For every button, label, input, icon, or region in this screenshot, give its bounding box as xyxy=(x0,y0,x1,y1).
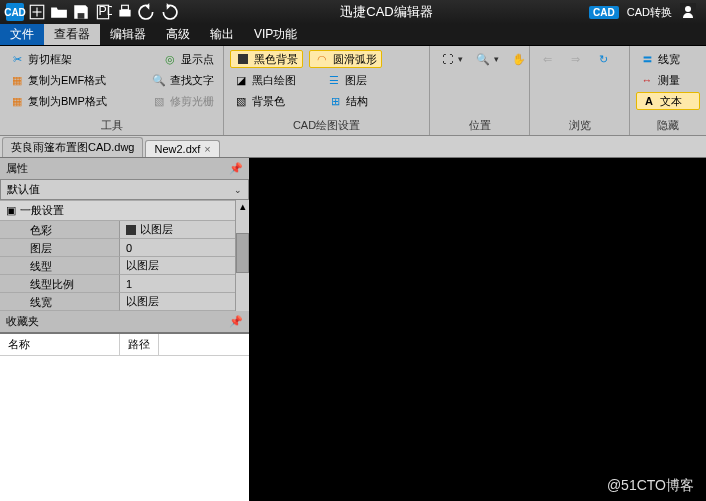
open-icon[interactable] xyxy=(50,3,68,21)
app-icon[interactable]: CAD xyxy=(6,3,24,21)
chevron-down-icon: ⌄ xyxy=(234,185,242,195)
group-label: 浏览 xyxy=(534,116,625,133)
col-name[interactable]: 名称 xyxy=(0,334,120,355)
prop-row-ltscale[interactable]: 线型比例1 xyxy=(0,275,235,293)
undo-icon[interactable] xyxy=(138,3,156,21)
label: 复制为EMF格式 xyxy=(28,73,106,88)
label: 黑白绘图 xyxy=(252,73,296,88)
prop-row-linewidth[interactable]: 线宽以图层 xyxy=(0,293,235,311)
ribbon: ✂剪切框架 ◎显示点 ▦复制为EMF格式 🔍查找文字 ▦复制为BMP格式 ▧修剪… xyxy=(0,46,706,136)
print-icon[interactable] xyxy=(116,3,134,21)
label: 黑色背景 xyxy=(254,52,298,67)
ribbon-group-tools: ✂剪切框架 ◎显示点 ▦复制为EMF格式 🔍查找文字 ▦复制为BMP格式 ▧修剪… xyxy=(0,46,224,135)
pin-icon[interactable]: 📌 xyxy=(229,162,243,175)
zoom-button[interactable]: 🔍▾ xyxy=(472,50,502,68)
pdf-icon[interactable]: PDF xyxy=(94,3,112,21)
copy-emf-button[interactable]: ▦复制为EMF格式 xyxy=(6,71,109,89)
label: 剪切框架 xyxy=(28,52,72,67)
label: 默认值 xyxy=(7,182,40,197)
menu-file[interactable]: 文件 xyxy=(0,24,44,45)
prop-row-layer[interactable]: 图层0 xyxy=(0,239,235,257)
new-icon[interactable] xyxy=(28,3,46,21)
bmp-icon: ▦ xyxy=(9,93,25,109)
fit-button[interactable]: ⛶▾ xyxy=(436,50,466,68)
bg-color-button[interactable]: ▧背景色 xyxy=(230,92,288,110)
viewport[interactable]: @51CTO博客 xyxy=(249,136,706,501)
tab-document-1[interactable]: 英良雨篷布置图CAD.dwg xyxy=(2,137,143,157)
show-points-button[interactable]: ◎显示点 xyxy=(159,50,217,68)
tab-document-2[interactable]: New2.dxf× xyxy=(145,140,219,157)
label: 图层 xyxy=(345,73,367,88)
measure-button[interactable]: ↔测量 xyxy=(636,71,700,89)
scrollbar[interactable]: ▴ xyxy=(235,200,249,311)
tab-label: 英良雨篷布置图CAD.dwg xyxy=(11,140,134,155)
menu-output[interactable]: 输出 xyxy=(200,24,244,45)
refresh-button[interactable]: ↻ xyxy=(592,50,614,68)
svg-rect-6 xyxy=(119,10,130,17)
label: 背景色 xyxy=(252,94,285,109)
group-label: 位置 xyxy=(434,116,525,133)
cad-convert-button[interactable]: CAD转换 xyxy=(627,5,672,20)
copy-bmp-button[interactable]: ▦复制为BMP格式 xyxy=(6,92,110,110)
label: 属性 xyxy=(6,161,28,176)
target-icon: ◎ xyxy=(162,51,178,67)
edit-cursor-button: ▧修剪光栅 xyxy=(148,92,217,110)
search-icon: 🔍 xyxy=(151,72,167,88)
properties-panel-title: 属性 📌 xyxy=(0,158,249,179)
structure-button[interactable]: ⊞结构 xyxy=(324,92,371,110)
svg-point-9 xyxy=(685,6,691,12)
arc-icon: ◠ xyxy=(314,51,330,67)
raster-icon: ▧ xyxy=(151,93,167,109)
redo-icon[interactable] xyxy=(160,3,178,21)
title-bar: CAD PDF 迅捷CAD编辑器 CAD CAD转换 xyxy=(0,0,706,24)
layers-button[interactable]: ☰图层 xyxy=(323,71,370,89)
pin-icon[interactable]: 📌 xyxy=(229,315,243,328)
label: 文本 xyxy=(660,94,682,109)
user-icon[interactable] xyxy=(680,3,696,21)
save-icon[interactable] xyxy=(72,3,90,21)
prop-row-color[interactable]: 色彩以图层 xyxy=(0,221,235,239)
default-value-combo[interactable]: 默认值 ⌄ xyxy=(0,179,249,200)
section-general[interactable]: ▣一般设置 xyxy=(0,200,235,221)
svg-rect-7 xyxy=(122,5,129,10)
app-title: 迅捷CAD编辑器 xyxy=(184,3,589,21)
left-arrow-icon: ⇐ xyxy=(539,51,555,67)
linewidth-button[interactable]: 〓线宽 xyxy=(636,50,700,68)
label: 复制为BMP格式 xyxy=(28,94,107,109)
label: 一般设置 xyxy=(20,203,64,218)
smooth-arc-button[interactable]: ◠圆滑弧形 xyxy=(309,50,382,68)
text-button[interactable]: A文本 xyxy=(636,92,700,110)
cad-badge-icon[interactable]: CAD xyxy=(589,6,619,19)
group-label: 隐藏 xyxy=(634,116,702,133)
menu-viewer[interactable]: 查看器 xyxy=(44,24,100,45)
menu-advanced[interactable]: 高级 xyxy=(156,24,200,45)
label: 线宽 xyxy=(658,52,680,67)
structure-icon: ⊞ xyxy=(327,93,343,109)
label: 查找文字 xyxy=(170,73,214,88)
group-label: 工具 xyxy=(4,116,219,133)
favorites-header: 名称 路径 xyxy=(0,334,249,356)
emf-icon: ▦ xyxy=(9,72,25,88)
ribbon-group-hide: 〓线宽 ↔测量 A文本 隐藏 xyxy=(630,46,706,135)
close-icon[interactable]: × xyxy=(204,143,210,155)
measure-icon: ↔ xyxy=(639,72,655,88)
menu-vip[interactable]: VIP功能 xyxy=(244,24,307,45)
black-bg-button[interactable]: 黑色背景 xyxy=(230,50,303,68)
col-path[interactable]: 路径 xyxy=(120,334,159,355)
content-area: 属性 📌 默认值 ⌄ ▣一般设置 色彩以图层 图层0 线型以图层 线型比例1 线… xyxy=(0,136,706,501)
label: 修剪光栅 xyxy=(170,94,214,109)
properties-list: ▣一般设置 色彩以图层 图层0 线型以图层 线型比例1 线宽以图层 ▴ xyxy=(0,200,249,311)
document-tabs-bar: 英良雨篷布置图CAD.dwg New2.dxf× xyxy=(0,136,706,158)
prop-row-linetype[interactable]: 线型以图层 xyxy=(0,257,235,275)
black-bg-icon xyxy=(235,51,251,67)
svg-text:PDF: PDF xyxy=(99,4,113,18)
scroll-up-icon[interactable]: ▴ xyxy=(236,200,249,213)
bw-draw-button[interactable]: ◪黑白绘图 xyxy=(230,71,299,89)
pan-button[interactable]: ✋ xyxy=(508,50,530,68)
scrollbar-thumb[interactable] xyxy=(236,233,249,273)
find-text-button[interactable]: 🔍查找文字 xyxy=(148,71,217,89)
text-icon: A xyxy=(641,93,657,109)
cut-frame-button[interactable]: ✂剪切框架 xyxy=(6,50,75,68)
menu-editor[interactable]: 编辑器 xyxy=(100,24,156,45)
bgcolor-icon: ▧ xyxy=(233,93,249,109)
